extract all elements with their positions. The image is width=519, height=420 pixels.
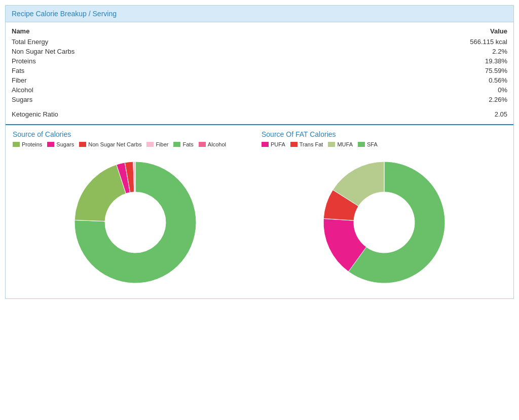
section-header: Recipe Calorie Breakup / Serving bbox=[6, 6, 513, 22]
legend-item: Fiber bbox=[146, 141, 168, 147]
source-fat-panel: Source Of FAT Calories PUFATrans FatMUFA… bbox=[260, 130, 508, 293]
table-row: Non Sugar Net Carbs2.2% bbox=[12, 47, 507, 56]
table-row: Fiber0.56% bbox=[12, 75, 507, 85]
legend-calories: ProteinsSugarsNon Sugar Net CarbsFiberFa… bbox=[11, 141, 260, 147]
legend-color-swatch bbox=[47, 142, 54, 147]
row-value: 2.2% bbox=[447, 48, 507, 55]
source-calories-title: Source of Calories bbox=[11, 130, 260, 138]
row-name: Fiber bbox=[12, 77, 447, 84]
table-row: Total Energy566.115 kcal bbox=[12, 37, 507, 47]
row-value: 0.56% bbox=[447, 77, 507, 84]
row-name: Alcohol bbox=[12, 86, 447, 94]
table-row: Proteins19.38% bbox=[12, 56, 507, 66]
legend-item: SFA bbox=[358, 141, 378, 147]
donut-segment bbox=[75, 165, 126, 221]
donut-calories-chart bbox=[64, 151, 206, 293]
legend-color-swatch bbox=[79, 142, 86, 147]
row-name: Non Sugar Net Carbs bbox=[12, 48, 447, 55]
row-value: 566.115 kcal bbox=[447, 38, 507, 46]
table-row-extra: Ketogenic Ratio2.05 bbox=[12, 109, 507, 119]
col-value-header: Value bbox=[447, 27, 507, 35]
legend-item: Non Sugar Net Carbs bbox=[79, 141, 141, 147]
table-spacer bbox=[12, 104, 507, 109]
legend-label: Trans Fat bbox=[300, 141, 323, 147]
row-value: 2.26% bbox=[447, 96, 507, 103]
legend-label: Proteins bbox=[22, 141, 42, 147]
col-name-header: Name bbox=[12, 27, 447, 35]
legend-label: Non Sugar Net Carbs bbox=[88, 141, 141, 147]
donut-calories-container bbox=[11, 151, 260, 293]
row-value: 19.38% bbox=[447, 57, 507, 65]
legend-label: PUFA bbox=[271, 141, 285, 147]
legend-label: Fiber bbox=[156, 141, 168, 147]
source-calories-panel: Source of Calories ProteinsSugarsNon Sug… bbox=[11, 130, 260, 293]
legend-item: Fats bbox=[173, 141, 193, 147]
legend-item: Alcohol bbox=[199, 141, 226, 147]
row-name: Proteins bbox=[12, 57, 447, 65]
legend-fat: PUFATrans FatMUFASFA bbox=[260, 141, 508, 147]
header-title: Recipe Calorie Breakup / Serving bbox=[12, 10, 117, 18]
legend-item: Proteins bbox=[13, 141, 42, 147]
legend-item: MUFA bbox=[328, 141, 353, 147]
row-name: Fats bbox=[12, 67, 447, 74]
legend-label: Alcohol bbox=[208, 141, 226, 147]
table-rows-container: Total Energy566.115 kcalNon Sugar Net Ca… bbox=[12, 37, 507, 104]
main-container: Recipe Calorie Breakup / Serving Name Va… bbox=[5, 5, 514, 299]
legend-label: Sugars bbox=[56, 141, 74, 147]
legend-item: Sugars bbox=[47, 141, 74, 147]
donut-fat-container bbox=[260, 151, 508, 293]
legend-color-swatch bbox=[358, 142, 365, 147]
row-name: Sugars bbox=[12, 96, 447, 103]
table-row: Alcohol0% bbox=[12, 85, 507, 95]
source-fat-title: Source Of FAT Calories bbox=[260, 130, 508, 138]
row-value: 2.05 bbox=[447, 110, 507, 118]
charts-section: Source of Calories ProteinsSugarsNon Sug… bbox=[6, 125, 513, 298]
legend-color-swatch bbox=[262, 142, 269, 147]
legend-label: MUFA bbox=[337, 141, 353, 147]
legend-color-swatch bbox=[173, 142, 180, 147]
row-value: 0% bbox=[447, 86, 507, 94]
legend-color-swatch bbox=[328, 142, 335, 147]
legend-label: SFA bbox=[367, 141, 378, 147]
row-value: 75.59% bbox=[447, 67, 507, 74]
table-row: Sugars2.26% bbox=[12, 95, 507, 104]
extra-rows-container: Ketogenic Ratio2.05 bbox=[12, 109, 507, 119]
legend-color-swatch bbox=[146, 142, 154, 147]
legend-color-swatch bbox=[13, 142, 20, 147]
legend-label: Fats bbox=[182, 141, 193, 147]
legend-item: PUFA bbox=[262, 141, 285, 147]
data-table: Name Value Total Energy566.115 kcalNon S… bbox=[6, 22, 513, 125]
table-header: Name Value bbox=[12, 27, 507, 35]
legend-color-swatch bbox=[290, 142, 298, 147]
table-row: Fats75.59% bbox=[12, 66, 507, 75]
legend-item: Trans Fat bbox=[290, 141, 323, 147]
row-name: Ketogenic Ratio bbox=[12, 110, 447, 118]
legend-color-swatch bbox=[199, 142, 206, 147]
row-name: Total Energy bbox=[12, 38, 447, 46]
donut-fat-chart bbox=[313, 151, 455, 293]
